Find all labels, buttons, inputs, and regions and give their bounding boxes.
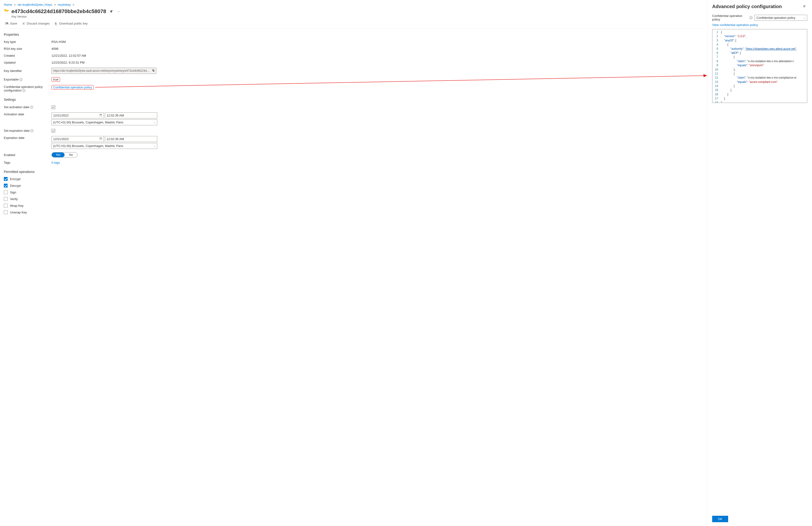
- cop-config-label: Confidential operation policy configurat…: [4, 85, 52, 92]
- panel-title: Advanced policy configuration: [712, 4, 782, 9]
- expiration-time-input[interactable]: 12:02:35 AM: [105, 136, 157, 142]
- cop-field-label: Confidential operation policy i: [712, 14, 752, 21]
- settings-section-title: Settings: [4, 98, 704, 102]
- properties-section-title: Properties: [4, 33, 704, 36]
- close-icon[interactable]: ✕: [801, 4, 807, 9]
- activation-date-label: Activation date: [4, 113, 52, 116]
- verify-label: Verify: [10, 197, 18, 201]
- info-icon[interactable]: i: [30, 129, 33, 132]
- chevron-down-icon: ⌄: [154, 121, 156, 123]
- chevron-down-icon: ⌄: [803, 16, 805, 19]
- exportable-value: true: [52, 77, 60, 82]
- rsa-key-size-label: RSA key size: [4, 47, 52, 50]
- expiration-date-input[interactable]: 12/21/2023: [52, 136, 104, 142]
- toolbar: Save Discard changes Download public key: [4, 18, 704, 29]
- enabled-label: Enabled: [4, 153, 52, 157]
- key-icon: [4, 8, 9, 14]
- save-label: Save: [10, 22, 17, 25]
- key-identifier-label: Key Identifier: [4, 69, 52, 73]
- unwrap-key-label: Unwrap Key: [10, 210, 27, 214]
- view-cop-link[interactable]: View confidential operation policy: [712, 23, 807, 27]
- enabled-yes[interactable]: Yes: [52, 152, 64, 157]
- set-activation-date-checkbox[interactable]: [52, 105, 55, 109]
- rsa-key-size-value: 4096: [52, 47, 58, 50]
- wrap-key-label: Wrap Key: [10, 204, 24, 207]
- info-icon[interactable]: i: [23, 89, 25, 92]
- page-subtitle: Key Version: [12, 15, 121, 18]
- breadcrumb-home[interactable]: Home: [4, 3, 12, 6]
- breadcrumb-key[interactable]: myskrkey: [58, 3, 71, 6]
- encrypt-label: Encrypt: [10, 177, 20, 181]
- wrap-key-checkbox[interactable]: [4, 204, 8, 207]
- expiration-timezone-select[interactable]: (UTC+01:00) Brussels, Copenhagen, Madrid…: [52, 143, 157, 149]
- set-activation-date-label: Set activation date i: [4, 105, 52, 109]
- decrypt-label: Decrypt: [10, 184, 21, 188]
- confidential-operation-policy-link[interactable]: Confidential operation policy: [52, 85, 93, 90]
- info-icon[interactable]: i: [30, 106, 33, 108]
- page-title: e473cd4c66224d16870bbe2eb4c58078: [12, 8, 106, 15]
- advanced-policy-panel: Advanced policy configuration ✕ Confiden…: [707, 0, 812, 526]
- calendar-icon: [99, 137, 102, 141]
- expiration-date-label: Expiration date: [4, 136, 52, 140]
- activation-date-input[interactable]: 12/21/2022: [52, 113, 104, 118]
- activation-time-input[interactable]: 12:02:35 AM: [105, 113, 157, 118]
- copy-icon[interactable]: [151, 69, 155, 73]
- updated-value: 12/23/2022, 9:23:31 PM: [52, 61, 85, 64]
- more-icon[interactable]: ⋯: [116, 9, 121, 14]
- sign-checkbox[interactable]: [4, 190, 8, 194]
- created-value: 12/21/2022, 12:02:57 AM: [52, 54, 86, 57]
- enabled-toggle[interactable]: Yes No: [52, 152, 78, 158]
- discard-label: Discard changes: [27, 22, 50, 25]
- verify-checkbox[interactable]: [4, 197, 8, 201]
- permitted-operations-section-title: Permitted operations: [4, 170, 704, 174]
- key-type-value: RSA-HSM: [52, 40, 66, 44]
- ok-button[interactable]: OK: [712, 516, 728, 522]
- chevron-down-icon: ⌄: [154, 145, 156, 147]
- unwrap-key-checkbox[interactable]: [4, 210, 8, 214]
- cop-dropdown[interactable]: Confidential operation policy ⌄: [754, 15, 807, 21]
- updated-label: Updated: [4, 61, 52, 64]
- activation-timezone-select[interactable]: (UTC+01:00) Brussels, Copenhagen, Madrid…: [52, 119, 157, 125]
- exportable-label: Exportable i: [4, 78, 52, 81]
- download-label: Download public key: [59, 22, 87, 25]
- policy-json-editor[interactable]: 123456789101112131415161718 { "version":…: [712, 29, 807, 103]
- info-icon[interactable]: i: [750, 16, 752, 19]
- save-button[interactable]: Save: [4, 21, 18, 26]
- tags-link[interactable]: 0 tags: [52, 161, 60, 164]
- chevron-right-icon: >: [14, 3, 16, 6]
- calendar-icon: [99, 114, 102, 117]
- sign-label: Sign: [10, 191, 16, 194]
- chevron-right-icon: >: [54, 3, 56, 6]
- breadcrumb-vault[interactable]: skr-kvq6srllol2jntw | Keys: [18, 3, 53, 6]
- key-identifier-field[interactable]: https://skr-kvq6srllol2jntw.vault.azure.…: [52, 68, 156, 74]
- created-label: Created: [4, 54, 52, 57]
- info-icon[interactable]: i: [19, 78, 23, 81]
- discard-button[interactable]: Discard changes: [20, 21, 51, 26]
- set-expiration-date-checkbox[interactable]: [52, 129, 55, 133]
- key-identifier-value: https://skr-kvq6srllol2jntw.vault.azure.…: [53, 69, 150, 72]
- pin-icon[interactable]: [108, 9, 114, 15]
- tags-label: Tags: [4, 161, 52, 164]
- breadcrumb: Home > skr-kvq6srllol2jntw | Keys > mysk…: [4, 0, 704, 8]
- set-expiration-date-label: Set expiration date i: [4, 129, 52, 132]
- encrypt-checkbox[interactable]: [4, 177, 8, 181]
- key-type-label: Key type: [4, 40, 52, 44]
- decrypt-checkbox[interactable]: [4, 184, 8, 188]
- download-public-key-button[interactable]: Download public key: [53, 21, 89, 26]
- chevron-right-icon: >: [73, 3, 75, 6]
- enabled-no[interactable]: No: [64, 152, 77, 157]
